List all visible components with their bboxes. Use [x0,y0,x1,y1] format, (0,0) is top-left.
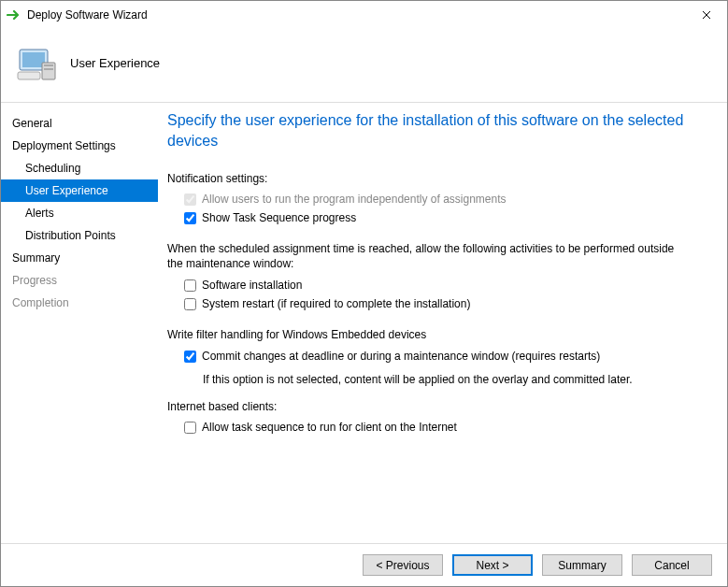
nav-summary[interactable]: Summary [1,247,158,269]
wizard-nav: General Deployment Settings Scheduling U… [1,103,158,544]
allow-users-label: Allow users to run the program independe… [202,193,507,206]
software-install-checkbox[interactable] [184,279,196,292]
titlebar: Deploy Software Wizard [1,1,727,29]
page-heading: Specify the user experience for the inst… [167,110,691,151]
internet-clients-label: Internet based clients: [167,400,708,413]
allow-internet-checkbox[interactable] [184,422,196,434]
wizard-header: User Experience [1,29,727,102]
show-ts-progress-label: Show Task Sequence progress [202,211,356,224]
allow-internet-row[interactable]: Allow task sequence to run for client on… [184,421,708,434]
software-install-label: Software installation [202,279,302,292]
computer-icon [14,40,59,85]
commit-changes-row[interactable]: Commit changes at deadline or during a m… [184,350,708,363]
content-panel: Specify the user experience for the inst… [158,103,727,544]
nav-alerts[interactable]: Alerts [1,202,158,224]
commit-note: If this option is not selected, content … [203,372,689,387]
allow-users-row: Allow users to run the program independe… [184,193,708,206]
page-subtitle: User Experience [70,56,160,70]
svg-rect-5 [18,72,40,79]
write-filter-label: Write filter handling for Windows Embedd… [167,327,691,342]
cancel-button[interactable]: Cancel [632,554,712,576]
allow-internet-label: Allow task sequence to run for client on… [202,421,457,434]
nav-user-experience[interactable]: User Experience [1,179,158,202]
system-restart-label: System restart (if required to complete … [202,297,470,310]
svg-rect-1 [22,52,45,67]
nav-completion: Completion [1,292,158,314]
allow-users-checkbox [184,193,196,206]
nav-progress: Progress [1,269,158,292]
outside-window-text: When the scheduled assignment time is re… [167,241,691,271]
system-restart-checkbox[interactable] [184,298,196,310]
notification-settings-label: Notification settings: [167,172,708,185]
commit-changes-checkbox[interactable] [184,351,196,363]
svg-rect-4 [44,68,53,70]
system-restart-row[interactable]: System restart (if required to complete … [184,297,708,310]
software-install-row[interactable]: Software installation [184,279,708,292]
summary-button[interactable]: Summary [542,554,622,576]
nav-distribution-points[interactable]: Distribution Points [1,224,158,247]
window-title: Deploy Software Wizard [27,8,685,21]
wizard-footer: < Previous Next > Summary Cancel [1,543,727,586]
nav-scheduling[interactable]: Scheduling [1,157,158,179]
main-area: General Deployment Settings Scheduling U… [1,103,727,544]
commit-changes-label: Commit changes at deadline or during a m… [202,350,600,363]
svg-rect-3 [44,64,53,66]
show-ts-progress-row[interactable]: Show Task Sequence progress [184,211,708,224]
show-ts-progress-checkbox[interactable] [184,212,196,224]
wizard-arrow-icon [7,7,21,22]
close-button[interactable] [685,1,727,29]
previous-button[interactable]: < Previous [363,554,443,576]
nav-general[interactable]: General [1,112,158,135]
nav-deployment-settings[interactable]: Deployment Settings [1,135,158,157]
next-button[interactable]: Next > [452,554,533,576]
